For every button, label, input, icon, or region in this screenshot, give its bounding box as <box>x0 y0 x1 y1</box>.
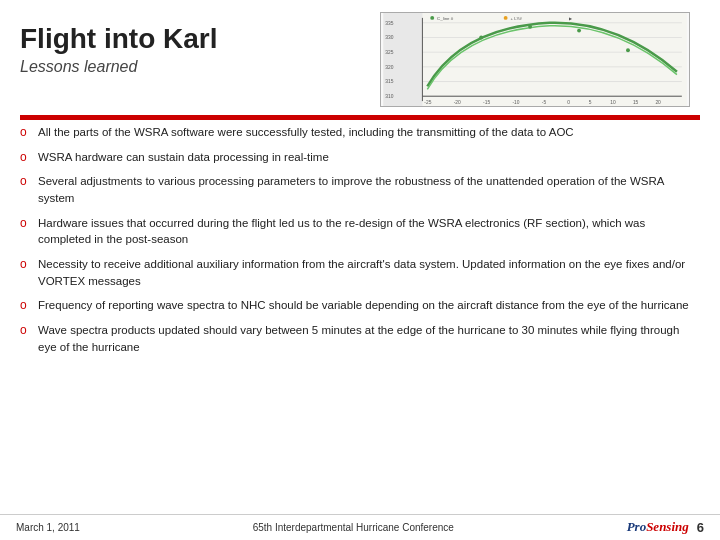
svg-text:20: 20 <box>655 100 661 105</box>
bullet-item-2: oWSRA hardware can sustain data processi… <box>20 149 700 166</box>
bullet-text-5: Necessity to receive additional auxiliar… <box>38 256 700 289</box>
bullet-item-3: oSeveral adjustments to various processi… <box>20 173 700 206</box>
bullet-item-6: oFrequency of reporting wave spectra to … <box>20 297 700 314</box>
svg-text:15: 15 <box>633 100 639 105</box>
title-block: Flight into Karl Lessons learned <box>20 12 218 76</box>
svg-point-11 <box>528 25 532 29</box>
chart-area: 335 330 325 320 315 310 -25 -20 -15 -10 … <box>218 12 700 107</box>
svg-point-12 <box>577 29 581 33</box>
chart-image: 335 330 325 320 315 310 -25 -20 -15 -10 … <box>380 12 690 107</box>
bullet-text-6: Frequency of reporting wave spectra to N… <box>38 297 700 314</box>
svg-rect-1 <box>383 13 422 106</box>
svg-text:315: 315 <box>385 79 393 84</box>
bullet-text-7: Wave spectra products updated should var… <box>38 322 700 355</box>
svg-point-10 <box>479 36 483 40</box>
svg-text:335: 335 <box>385 21 393 26</box>
bullet-item-5: oNecessity to receive additional auxilia… <box>20 256 700 289</box>
bullet-icon-6: o <box>20 298 38 312</box>
svg-text:-25: -25 <box>424 100 431 105</box>
svg-point-13 <box>626 48 630 52</box>
slide: Flight into Karl Lessons learned <box>0 0 720 540</box>
svg-text:310: 310 <box>385 94 393 99</box>
footer-date: March 1, 2011 <box>16 522 80 533</box>
bullet-list: oAll the parts of the WSRA software were… <box>0 120 720 514</box>
slide-header: Flight into Karl Lessons learned <box>0 0 720 115</box>
logo-pro: Pro <box>627 519 647 535</box>
svg-text:-15: -15 <box>483 100 490 105</box>
svg-text:10: 10 <box>610 100 616 105</box>
svg-text:+ LY#: + LY# <box>511 16 523 21</box>
bullet-icon-5: o <box>20 257 38 271</box>
bullet-icon-3: o <box>20 174 38 188</box>
bullet-icon-7: o <box>20 323 38 337</box>
svg-text:325: 325 <box>385 50 393 55</box>
svg-text:C_line #: C_line # <box>437 16 454 21</box>
svg-text:0: 0 <box>567 100 570 105</box>
footer-right: Pro Sensing 6 <box>627 519 704 535</box>
svg-point-35 <box>504 16 508 20</box>
bullet-icon-1: o <box>20 125 38 139</box>
slide-subtitle: Lessons learned <box>20 58 218 76</box>
bullet-text-4: Hardware issues that occurred during the… <box>38 215 700 248</box>
svg-text:5: 5 <box>589 100 592 105</box>
bullet-item-4: oHardware issues that occurred during th… <box>20 215 700 248</box>
bullet-item-1: oAll the parts of the WSRA software were… <box>20 124 700 141</box>
bullet-icon-4: o <box>20 216 38 230</box>
svg-text:320: 320 <box>385 65 393 70</box>
svg-text:-10: -10 <box>512 100 519 105</box>
svg-point-34 <box>430 16 434 20</box>
page-number: 6 <box>697 520 704 535</box>
bullet-text-2: WSRA hardware can sustain data processin… <box>38 149 700 166</box>
bullet-text-1: All the parts of the WSRA software were … <box>38 124 700 141</box>
bullet-text-3: Several adjustments to various processin… <box>38 173 700 206</box>
svg-text:330: 330 <box>385 35 393 40</box>
slide-title: Flight into Karl <box>20 22 218 56</box>
svg-text:-20: -20 <box>454 100 461 105</box>
footer-conference: 65th Interdepartmental Hurricane Confere… <box>80 522 627 533</box>
bullet-item-7: oWave spectra products updated should va… <box>20 322 700 355</box>
svg-text:-5: -5 <box>542 100 547 105</box>
bullet-icon-2: o <box>20 150 38 164</box>
slide-footer: March 1, 2011 65th Interdepartmental Hur… <box>0 514 720 540</box>
logo-sensing: Sensing <box>646 519 689 535</box>
prosensing-logo: Pro Sensing <box>627 519 689 535</box>
